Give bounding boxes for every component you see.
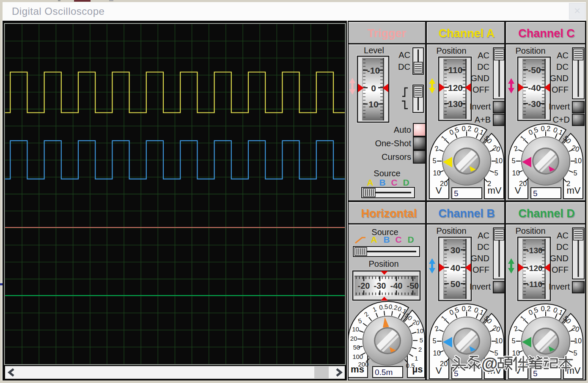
svg-text:ms: ms: [351, 364, 364, 375]
svg-text:40: 40: [451, 263, 460, 273]
svg-text:D: D: [407, 235, 414, 244]
svg-text:D: D: [403, 178, 409, 187]
svg-text:130: 130: [448, 99, 463, 109]
svg-text:50: 50: [353, 344, 360, 351]
svg-text:120: 120: [448, 83, 463, 93]
svg-text:5: 5: [454, 189, 459, 198]
svg-text:5: 5: [533, 189, 538, 198]
svg-text:0.5m: 0.5m: [375, 368, 393, 377]
svg-text:Auto: Auto: [394, 125, 411, 134]
svg-text:5: 5: [511, 157, 515, 164]
svg-text:10: 10: [433, 349, 441, 357]
svg-text:-40: -40: [390, 281, 403, 290]
svg-text:DC: DC: [398, 62, 410, 71]
svg-text:V: V: [515, 185, 521, 196]
svg-text:0.5: 0.5: [379, 303, 389, 311]
svg-text:DC: DC: [556, 242, 569, 252]
svg-text:Level: Level: [364, 46, 384, 55]
svg-text:DC: DC: [477, 242, 489, 252]
svg-text:Invert: Invert: [470, 102, 491, 111]
svg-text:DC: DC: [556, 62, 569, 71]
svg-text:5: 5: [420, 336, 423, 344]
svg-text:10: 10: [574, 157, 582, 164]
svg-text:Invert: Invert: [549, 282, 570, 291]
svg-text:-40: -40: [528, 83, 541, 93]
svg-text:AC: AC: [398, 50, 410, 60]
svg-text:C: C: [395, 235, 401, 244]
svg-text:GND: GND: [471, 74, 489, 83]
svg-text:GND: GND: [550, 254, 569, 263]
svg-text:mV: mV: [488, 185, 502, 196]
svg-text:@: @: [481, 354, 498, 373]
svg-text:0.2: 0.2: [541, 125, 551, 132]
svg-text:A: A: [367, 178, 373, 187]
svg-text:OFF: OFF: [552, 265, 569, 274]
svg-text:AC: AC: [478, 231, 489, 240]
svg-text:Channel C: Channel C: [518, 27, 575, 40]
svg-text:AC: AC: [557, 231, 569, 240]
svg-text:1: 1: [415, 355, 418, 362]
svg-text:One-Shot: One-Shot: [375, 139, 411, 148]
svg-text:C+D: C+D: [552, 115, 570, 124]
svg-text:OFF: OFF: [552, 85, 569, 94]
svg-text:OFF: OFF: [473, 265, 489, 274]
svg-text:DC: DC: [477, 62, 489, 71]
svg-text:GND: GND: [550, 74, 569, 83]
svg-text:Position: Position: [368, 259, 398, 268]
svg-text:5: 5: [432, 157, 436, 164]
svg-text:10: 10: [352, 326, 359, 333]
svg-text:Channel A: Channel A: [439, 27, 495, 40]
svg-text:-120: -120: [526, 264, 542, 273]
svg-text:10: 10: [574, 337, 582, 345]
svg-text:10: 10: [416, 327, 423, 334]
svg-text:GND: GND: [471, 254, 489, 263]
svg-text:Invert: Invert: [470, 282, 491, 291]
svg-text:A: A: [371, 235, 377, 244]
svg-text:0.2: 0.2: [462, 125, 472, 132]
svg-text:B: B: [379, 178, 385, 187]
svg-text:Source: Source: [374, 169, 400, 178]
svg-text:10: 10: [368, 99, 378, 109]
svg-text:10: 10: [495, 337, 503, 345]
svg-text:-50: -50: [407, 281, 419, 290]
svg-text:Invert: Invert: [549, 102, 570, 111]
svg-text:0: 0: [371, 83, 376, 93]
svg-text:10: 10: [495, 157, 503, 164]
svg-text:50: 50: [451, 279, 460, 289]
svg-text:2: 2: [418, 346, 422, 353]
svg-text:OFF: OFF: [473, 85, 489, 94]
svg-text:AC: AC: [557, 51, 569, 60]
svg-text:AC: AC: [478, 51, 489, 60]
svg-text:-50: -50: [528, 65, 541, 75]
svg-text:A+B: A+B: [475, 115, 491, 124]
svg-text:Horizontal: Horizontal: [361, 207, 417, 220]
svg-text:Trigger: Trigger: [368, 27, 407, 40]
svg-text:30: 30: [451, 245, 460, 255]
svg-text:C: C: [391, 178, 397, 187]
svg-text:V: V: [436, 185, 442, 196]
svg-text:µs: µs: [412, 364, 423, 375]
svg-text:-20: -20: [358, 281, 370, 290]
svg-text:5: 5: [495, 169, 498, 177]
svg-text:0.2: 0.2: [462, 305, 472, 312]
svg-text:-30: -30: [374, 281, 386, 290]
svg-text:Channel D: Channel D: [518, 207, 575, 220]
svg-text:Position: Position: [436, 226, 466, 235]
svg-text:-30: -30: [528, 99, 541, 109]
svg-text:-10: -10: [367, 66, 380, 75]
svg-text:10: 10: [433, 169, 441, 177]
svg-text:V: V: [436, 365, 442, 376]
svg-text:-130: -130: [526, 246, 542, 255]
svg-text:0.2: 0.2: [541, 305, 551, 312]
svg-text:20: 20: [350, 335, 357, 342]
svg-text:0.2: 0.2: [388, 303, 398, 312]
svg-text:5: 5: [432, 337, 436, 345]
svg-text:B: B: [383, 235, 390, 244]
svg-text:Channel B: Channel B: [438, 207, 495, 220]
svg-text:5: 5: [574, 169, 577, 177]
svg-text:110: 110: [448, 65, 463, 75]
svg-text:100: 100: [352, 353, 363, 360]
svg-text:Position: Position: [515, 46, 545, 55]
svg-text:mV: mV: [567, 185, 581, 196]
svg-text:Position: Position: [436, 46, 466, 55]
